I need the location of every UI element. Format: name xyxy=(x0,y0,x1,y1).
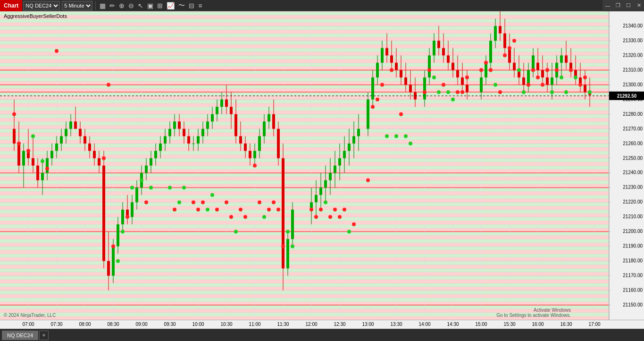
zoom-in-button[interactable]: ⊕ xyxy=(117,0,126,11)
timeframe-selector[interactable]: 5 Minute xyxy=(62,1,92,10)
toolbar-separator-1 xyxy=(95,1,96,10)
list-button[interactable]: ≡ xyxy=(196,0,204,11)
chart-canvas[interactable] xyxy=(0,11,609,320)
chart-menu-label[interactable]: Chart xyxy=(0,0,22,11)
tab-bar: NQ DEC24 + xyxy=(0,329,644,341)
restore-button[interactable]: ❐ xyxy=(613,0,623,11)
chart-wrapper: AggressiveBuyerSellerDots © 2024 NinjaTr… xyxy=(0,11,644,329)
chart-main: AggressiveBuyerSellerDots © 2024 NinjaTr… xyxy=(0,11,644,320)
x-axis-canvas xyxy=(0,320,609,329)
draw-button[interactable]: ✏ xyxy=(108,0,117,11)
time-axis xyxy=(0,320,644,329)
close-button[interactable]: ✕ xyxy=(634,0,644,11)
template-button[interactable]: ▣ xyxy=(145,0,155,11)
zoom-out-button[interactable]: ⊖ xyxy=(126,0,136,11)
add-tab-button[interactable]: + xyxy=(39,331,49,340)
instrument-selector[interactable]: NQ DEC24 xyxy=(23,1,60,10)
price-axis-canvas xyxy=(609,11,644,320)
titlebar: Chart NQ DEC24 5 Minute ▦ ✏ ⊕ ⊖ ↖ ▣ ⊞ 📈 … xyxy=(0,0,644,11)
pointer-button[interactable]: ↖ xyxy=(136,0,145,11)
properties-button[interactable]: ⊞ xyxy=(155,0,165,11)
indicator-label: AggressiveBuyerSellerDots xyxy=(4,13,67,19)
copyright-label: © 2024 NinjaTrader, LLC xyxy=(4,313,56,318)
maximize-button[interactable]: ☐ xyxy=(623,0,634,11)
tab-nq-dec24[interactable]: NQ DEC24 xyxy=(2,331,38,340)
minimize-button[interactable]: — xyxy=(602,0,613,11)
performance-button[interactable]: ⊟ xyxy=(187,0,196,11)
window-controls: — ❐ ☐ ✕ xyxy=(602,0,644,11)
bar-chart-button[interactable]: ▦ xyxy=(98,0,108,11)
indicator-button[interactable]: 📈 xyxy=(165,0,176,11)
price-axis xyxy=(609,11,644,320)
activate-windows-label: Activate WindowsGo to Settings to activa… xyxy=(496,307,571,318)
chart-canvas-area[interactable]: AggressiveBuyerSellerDots © 2024 NinjaTr… xyxy=(0,11,609,320)
strategy-button[interactable]: 〜 xyxy=(176,0,187,11)
